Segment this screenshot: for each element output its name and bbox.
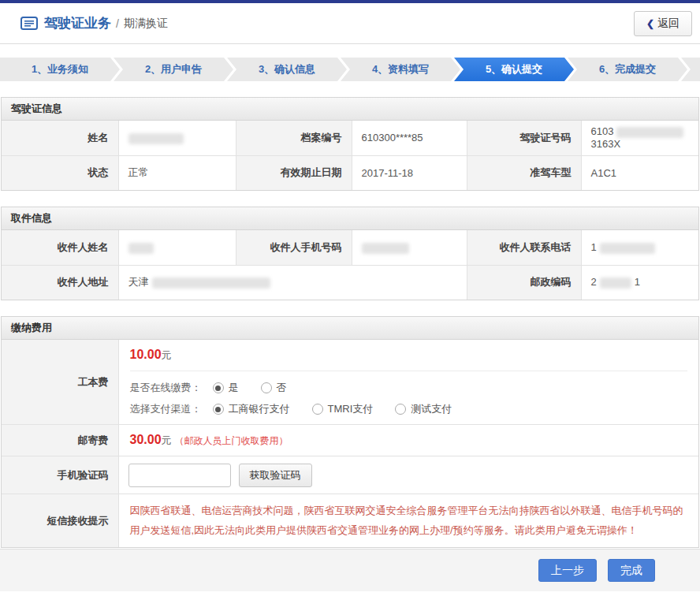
radio-channel-tmri[interactable]: TMRI支付 (312, 402, 374, 416)
archive-number-value: 610300****85 (352, 121, 467, 155)
table-row: 收件人姓名 收件人手机号码 收件人联系电话 1 (2, 230, 698, 265)
radio-channel-icbc[interactable]: 工商银行支付 (213, 402, 290, 416)
recipient-mobile-value (352, 230, 467, 265)
step-tab-5[interactable]: 5、确认提交 (454, 58, 574, 81)
sms-tip-text: 因陕西省联通、电信运营商技术问题，陕西省互联网交通安全综合服务管理平台无法向持陕… (119, 494, 699, 547)
field-label: 手机验证码 (2, 456, 118, 494)
payment-channel-question-row: 选择支付渠道： 工商银行支付 TMRI支付 测试支付 (130, 402, 688, 416)
field-label: 收件人手机号码 (236, 230, 352, 265)
redacted-value (128, 243, 154, 254)
radio-label: 测试支付 (411, 402, 452, 416)
redacted-value (128, 133, 184, 144)
field-label: 状态 (2, 155, 118, 190)
payment-channel-question: 选择支付渠道： (130, 402, 202, 416)
redacted-value (616, 127, 683, 138)
license-number-suffix: 3163X (591, 138, 621, 150)
field-label: 邮政编码 (467, 265, 581, 300)
pickup-info-title: 取件信息 (2, 207, 698, 230)
field-label: 收件人联系电话 (467, 230, 581, 265)
recipient-address-value: 天津 (118, 265, 467, 300)
radio-channel-test[interactable]: 测试支付 (395, 402, 452, 416)
breadcrumb-separator: / (116, 17, 119, 30)
field-label: 收件人姓名 (2, 230, 118, 265)
breadcrumb-current: 期满换证 (124, 17, 168, 31)
field-label: 有效期止日期 (236, 155, 352, 190)
license-number-value: 61033163X (581, 121, 698, 155)
redacted-value (600, 243, 655, 254)
step-tab-3[interactable]: 3、确认信息 (227, 58, 347, 81)
chevron-left-icon: ❮ (646, 18, 654, 29)
table-row: 收件人地址 天津 邮政编码 21 (2, 265, 698, 300)
field-label: 邮寄费 (2, 425, 118, 456)
payment-table: 工本费 10.00元 是否在线缴费： 是 否 (2, 340, 698, 547)
base-fee-unit: 元 (162, 349, 172, 361)
table-row: 邮寄费 30.00元（邮政人员上门收取费用） (2, 425, 698, 456)
field-label: 档案编号 (236, 121, 352, 155)
base-fee-amount-line: 10.00元 (130, 348, 688, 363)
mail-fee-note: （邮政人员上门收取费用） (175, 435, 289, 446)
recipient-name-value (118, 230, 236, 265)
captcha-input[interactable] (128, 464, 231, 487)
step-progress-bar: 1、业务须知 2、用户申告 3、确认信息 4、资料填写 5、确认提交 6、完成提… (0, 58, 700, 81)
previous-step-button[interactable]: 上一步 (538, 559, 597, 582)
radio-icon (261, 382, 272, 393)
radio-label: 是 (229, 381, 239, 395)
recipient-phone-value: 1 (581, 230, 698, 265)
online-payment-question: 是否在线缴费： (130, 381, 202, 395)
payment-section: 缴纳费用 工本费 10.00元 是否在线缴费： 是 否 (1, 316, 699, 548)
radio-label: 工商银行支付 (229, 402, 290, 416)
mail-fee-amount: 30.00 (130, 433, 162, 446)
mail-fee-cell: 30.00元（邮政人员上门收取费用） (118, 425, 698, 456)
vehicle-class-value: A1C1 (581, 155, 698, 190)
step-tab-1[interactable]: 1、业务须知 (0, 58, 120, 81)
sms-tip-cell: 因陕西省联通、电信运营商技术问题，陕西省互联网交通安全综合服务管理平台无法向持陕… (118, 494, 698, 548)
table-row: 手机验证码 获取验证码 (2, 456, 698, 494)
field-label: 驾驶证号码 (467, 121, 581, 155)
table-row: 工本费 10.00元 是否在线缴费： 是 否 (2, 340, 698, 425)
radio-icon (395, 404, 406, 415)
recipient-phone-prefix: 1 (591, 241, 597, 253)
online-payment-question-row: 是否在线缴费： 是 否 (130, 381, 688, 395)
name-value (118, 121, 236, 155)
radio-online-yes[interactable]: 是 (213, 381, 239, 395)
license-info-title: 驾驶证信息 (2, 98, 698, 121)
table-row: 状态 正常 有效期止日期 2017-11-18 准驾车型 A1C1 (2, 155, 698, 190)
field-label: 姓名 (2, 121, 118, 155)
footer-action-bar: 上一步 完成 (0, 549, 700, 591)
step-tab-4[interactable]: 4、资料填写 (341, 58, 460, 81)
license-number-prefix: 6103 (591, 125, 614, 137)
divider (130, 371, 688, 371)
field-label: 短信接收提示 (2, 494, 118, 548)
payment-title: 缴纳费用 (2, 317, 698, 340)
license-info-table: 姓名 档案编号 610300****85 驾驶证号码 61033163X 状态 … (2, 121, 698, 190)
redacted-value (362, 243, 409, 254)
mail-fee-unit: 元 (162, 434, 172, 446)
radio-online-no[interactable]: 否 (261, 381, 287, 395)
back-button-label: 返回 (657, 17, 680, 31)
table-row: 短信接收提示 因陕西省联通、电信运营商技术问题，陕西省互联网交通安全综合服务管理… (2, 494, 698, 548)
expiry-date-value: 2017-11-18 (352, 155, 467, 190)
redacted-value (152, 278, 270, 289)
table-row: 姓名 档案编号 610300****85 驾驶证号码 61033163X (2, 121, 698, 155)
radio-label: TMRI支付 (328, 402, 374, 416)
base-fee-cell: 10.00元 是否在线缴费： 是 否 选择支付渠道： (118, 340, 698, 425)
base-fee-amount: 10.00 (130, 348, 162, 361)
step-tab-6[interactable]: 6、完成提交 (568, 58, 687, 81)
step-tab-2[interactable]: 2、用户申告 (114, 58, 233, 81)
postal-code-prefix: 2 (591, 276, 597, 288)
license-info-section: 驾驶证信息 姓名 档案编号 610300****85 驾驶证号码 6103316… (1, 97, 699, 191)
postal-code-value: 21 (581, 265, 698, 300)
status-value: 正常 (118, 155, 236, 190)
field-label: 工本费 (2, 340, 118, 425)
pickup-info-section: 取件信息 收件人姓名 收件人手机号码 收件人联系电话 1 收件人地址 天津 邮政… (1, 207, 699, 300)
field-label: 准驾车型 (467, 155, 581, 190)
captcha-cell: 获取验证码 (118, 456, 698, 494)
back-button[interactable]: ❮ 返回 (634, 11, 692, 36)
license-list-icon (20, 17, 38, 30)
page-header: 驾驶证业务 / 期满换证 ❮ 返回 (0, 3, 700, 44)
get-captcha-button[interactable]: 获取验证码 (239, 464, 312, 487)
finish-button[interactable]: 完成 (608, 559, 655, 582)
redacted-value (600, 278, 631, 289)
field-label: 收件人地址 (2, 265, 118, 300)
pickup-info-table: 收件人姓名 收件人手机号码 收件人联系电话 1 收件人地址 天津 邮政编码 21 (2, 230, 698, 300)
